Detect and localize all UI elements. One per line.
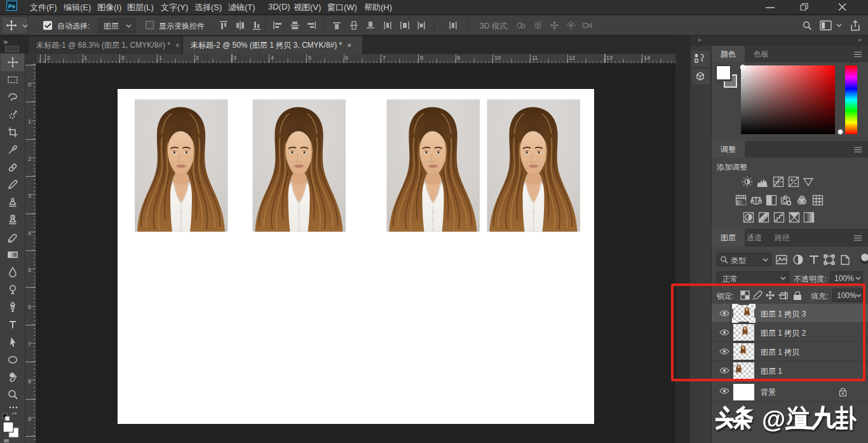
svg-text:@: @ — [762, 406, 785, 433]
svg-text:Ps: Ps — [8, 3, 15, 10]
